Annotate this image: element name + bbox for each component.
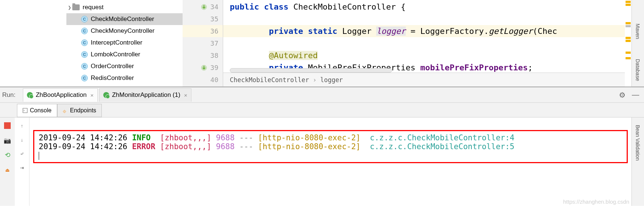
class-icon: C bbox=[81, 51, 88, 58]
line-number: 40 bbox=[210, 76, 218, 84]
warning-marker[interactable] bbox=[626, 52, 631, 54]
code-line bbox=[223, 13, 625, 25]
sidebar-tool-database[interactable]: Database bbox=[635, 59, 641, 81]
line-number: 36 bbox=[210, 27, 218, 35]
console-toolbar: ↑ ↓ ⤶ ⇥ bbox=[15, 117, 30, 206]
code-line: private static Logger logger = LoggerFac… bbox=[223, 25, 625, 37]
line-number: 35 bbox=[210, 15, 218, 23]
horizontal-scrollbar[interactable] bbox=[230, 68, 392, 73]
text-cursor bbox=[39, 152, 39, 160]
tree-file-label: CheckMobileController bbox=[91, 15, 154, 23]
class-icon: C bbox=[81, 75, 88, 81]
warning-marker[interactable] bbox=[626, 4, 631, 6]
tree-file-item[interactable]: C InterceptController bbox=[66, 37, 183, 49]
line-number: 38 bbox=[210, 52, 218, 59]
close-icon[interactable]: × bbox=[184, 92, 187, 98]
breadcrumb-item[interactable]: logger bbox=[320, 76, 343, 84]
gutter-line[interactable]: 37 bbox=[183, 37, 223, 49]
scroll-end-icon[interactable]: ⇥ bbox=[18, 163, 27, 172]
tree-file-item[interactable]: C OrderController bbox=[66, 60, 183, 72]
line-number: 37 bbox=[210, 39, 218, 47]
down-arrow-icon[interactable]: ↓ bbox=[18, 135, 27, 144]
override-icon bbox=[201, 64, 207, 71]
code-editor[interactable]: public class CheckMobileController { pri… bbox=[223, 0, 625, 87]
override-icon bbox=[201, 4, 207, 10]
tree-file-label: CheckMoneyController bbox=[91, 27, 155, 35]
code-line: public class CheckMobileController { bbox=[223, 1, 625, 13]
exit-button[interactable]: ⏏ bbox=[3, 165, 12, 174]
run-tab-label: ZhBootApplication bbox=[36, 91, 87, 99]
gutter-line[interactable]: 36 bbox=[183, 25, 223, 37]
tree-folder-label: request bbox=[83, 4, 104, 11]
highlighted-log-region: 2019-09-24 14:42:26 INFO [zhboot,,,] 968… bbox=[33, 130, 628, 163]
tab-endpoints[interactable]: ⟐ Endpoints bbox=[57, 104, 102, 117]
info-marker[interactable] bbox=[626, 25, 631, 27]
gutter-line[interactable]: 39 bbox=[183, 62, 223, 74]
tab-label: Endpoints bbox=[70, 107, 96, 114]
project-tree: ❯ request C CheckMobileController C Chec… bbox=[0, 0, 183, 87]
sidebar-tool-bean-validation[interactable]: Bean Validation bbox=[635, 125, 641, 161]
marker-strip[interactable] bbox=[625, 0, 631, 87]
tree-file-label: OrderController bbox=[91, 63, 134, 70]
svg-rect-2 bbox=[23, 108, 27, 113]
close-icon[interactable]: × bbox=[90, 92, 94, 98]
tab-label: Console bbox=[30, 107, 52, 114]
soft-wrap-icon[interactable]: ⤶ bbox=[18, 149, 27, 158]
tab-console[interactable]: Console bbox=[17, 104, 57, 117]
screenshot-button[interactable] bbox=[3, 136, 12, 145]
gutter-line[interactable]: 40 bbox=[183, 74, 223, 86]
console-body: ⟲ ⏏ ↑ ↓ ⤶ ⇥ 2019-09-24 14:42:26 INFO [zh… bbox=[0, 117, 644, 206]
class-icon: C bbox=[81, 39, 88, 46]
class-icon: C bbox=[81, 63, 88, 70]
right-sidebar-lower: Bean Validation bbox=[631, 117, 644, 206]
line-number: 34 bbox=[210, 3, 218, 11]
minimize-icon[interactable]: — bbox=[631, 90, 640, 100]
endpoints-icon: ⟐ bbox=[63, 108, 68, 113]
warning-marker[interactable] bbox=[626, 22, 631, 24]
line-number: 39 bbox=[210, 64, 218, 71]
tree-file-item[interactable]: C CheckMobileController bbox=[66, 13, 183, 25]
console-output[interactable]: 2019-09-24 14:42:26 INFO [zhboot,,,] 968… bbox=[30, 117, 631, 206]
tree-file-item[interactable]: C RedisController bbox=[66, 72, 183, 84]
gutter-line[interactable]: 34 bbox=[183, 1, 223, 13]
sidebar-tool-maven[interactable]: Maven bbox=[635, 24, 641, 39]
warning-marker[interactable] bbox=[626, 37, 631, 39]
run-label: Run: bbox=[2, 91, 15, 99]
console-tabs: Console ⟐ Endpoints bbox=[0, 103, 644, 117]
run-panel: Run: ZhBootApplication × ZhMonitorApplic… bbox=[0, 87, 644, 206]
warning-marker[interactable] bbox=[626, 57, 631, 59]
tree-file-item[interactable]: C LombokController bbox=[66, 49, 183, 60]
class-icon: C bbox=[81, 28, 88, 34]
up-arrow-icon[interactable]: ↑ bbox=[18, 121, 27, 130]
rerun-button[interactable]: ⟲ bbox=[3, 151, 12, 159]
terminal-icon bbox=[22, 108, 28, 113]
code-line bbox=[223, 37, 625, 49]
run-toolbar: ⟲ ⏏ bbox=[0, 117, 15, 206]
chevron-right-icon: ❯ bbox=[66, 5, 72, 10]
gutter-line[interactable]: 35 bbox=[183, 13, 223, 25]
stop-button[interactable] bbox=[3, 121, 12, 130]
class-icon: C bbox=[81, 16, 88, 22]
run-header: Run: ZhBootApplication × ZhMonitorApplic… bbox=[0, 87, 644, 103]
gear-icon[interactable]: ⚙ bbox=[617, 90, 627, 100]
tree-file-label: RedisController bbox=[91, 74, 134, 82]
tree-file-label: InterceptController bbox=[91, 39, 142, 46]
spring-boot-icon bbox=[103, 92, 109, 98]
run-tab[interactable]: ZhMonitorApplication (1) × bbox=[99, 88, 191, 102]
tree-folder-request[interactable]: ❯ request bbox=[66, 1, 183, 13]
spring-boot-icon bbox=[27, 92, 33, 98]
watermark: https://zhanghen.blog.csdn bbox=[563, 199, 629, 205]
folder-icon bbox=[72, 4, 80, 10]
editor-gutter: 34 35 36 37 38 39 40 bbox=[183, 0, 223, 87]
tree-file-label: LombokController bbox=[91, 51, 140, 58]
tree-file-item[interactable]: C CheckMoneyController bbox=[66, 25, 183, 37]
gutter-line[interactable]: 38 bbox=[183, 49, 223, 62]
breadcrumb-item[interactable]: CheckMobileController bbox=[230, 76, 309, 84]
warning-marker[interactable] bbox=[626, 1, 631, 3]
code-line: @Autowired bbox=[223, 49, 625, 62]
run-tab[interactable]: ZhBootApplication × bbox=[23, 88, 98, 102]
warning-marker[interactable] bbox=[626, 40, 631, 42]
breadcrumb: CheckMobileController › logger bbox=[223, 73, 625, 87]
right-sidebar: Maven Database bbox=[631, 0, 644, 87]
breadcrumb-separator: › bbox=[313, 76, 316, 84]
